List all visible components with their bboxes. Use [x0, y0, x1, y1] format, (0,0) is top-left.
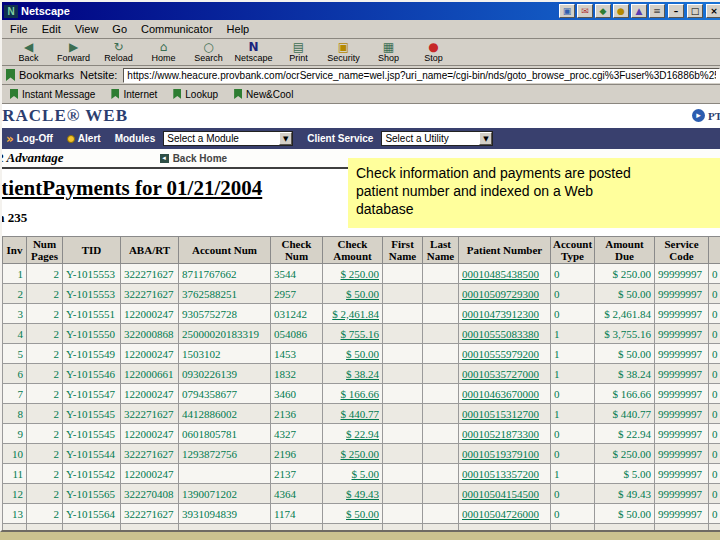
maximize-button[interactable]: □	[687, 4, 703, 18]
print-area[interactable]: ▸ PT	[692, 109, 720, 122]
browser-toolbar: ◀Back▶Forward↻Reload⌂Home○SearchNNetscap…	[2, 39, 720, 66]
url-input[interactable]	[123, 68, 720, 83]
alert-bell-icon	[67, 135, 75, 143]
table-cell-link[interactable]: 00010485438500	[459, 264, 551, 284]
table-cell: $ 22.94	[595, 424, 655, 444]
table-cell: 3460	[271, 384, 323, 404]
table-cell: 13	[3, 504, 27, 524]
table-cell: $ 50.00	[595, 284, 655, 304]
netscape-button[interactable]: NNetscape	[231, 40, 276, 64]
table-cell: 031242	[271, 304, 323, 324]
table-cell: 0	[551, 384, 595, 404]
table-cell	[383, 484, 423, 504]
search-button[interactable]: ○Search	[186, 40, 231, 64]
table-cell: 122000247	[121, 304, 179, 324]
print-button[interactable]: ▤Print	[276, 40, 321, 64]
table-cell: 1	[551, 344, 595, 364]
table-cell-link[interactable]: $ 50.00	[323, 344, 383, 364]
table-cell-link[interactable]: $ 2,461.84	[323, 304, 383, 324]
personal-bookmark-lookup[interactable]: Lookup	[173, 89, 218, 100]
stop-button[interactable]: ●Stop	[411, 40, 456, 64]
table-cell	[383, 264, 423, 284]
close-button[interactable]: ×	[706, 4, 720, 18]
bookmarks-chip[interactable]: Bookmarks	[6, 69, 74, 81]
alert-button[interactable]: Alert	[67, 133, 101, 144]
security-button[interactable]: ▣Security	[321, 40, 366, 64]
table-cell-link[interactable]: 00010504154500	[459, 484, 551, 504]
table-cell-link[interactable]: $ 38.24	[323, 364, 383, 384]
table-cell-link[interactable]: $ 250.00	[323, 444, 383, 464]
table-cell: 322271627	[121, 404, 179, 424]
forward-button[interactable]: ▶Forward	[51, 40, 96, 64]
location-bar: Bookmarks Netsite:	[2, 66, 720, 85]
titlebar-icon[interactable]: ●	[613, 4, 629, 18]
table-cell: 9305752728	[179, 304, 271, 324]
table-cell-link[interactable]: $ 166.66	[323, 384, 383, 404]
table-cell-link[interactable]: $ 22.94	[323, 424, 383, 444]
table-cell: 9	[3, 424, 27, 444]
back-button[interactable]: ◀Back	[6, 40, 51, 64]
toolbar-button-label: Print	[289, 53, 308, 63]
shop-button[interactable]: ▦Shop	[366, 40, 411, 64]
table-cell: 2	[27, 484, 63, 504]
logoff-button[interactable]: » Log-Off	[6, 133, 53, 144]
table-cell: Y-1015553	[63, 284, 121, 304]
titlebar: N Netscape ▣✉◆●▲≡ – □ ×	[2, 2, 720, 20]
table-cell-link[interactable]: $ 50.00	[323, 504, 383, 524]
menu-help[interactable]: Help	[227, 23, 250, 35]
reload-button[interactable]: ↻Reload	[96, 40, 141, 64]
column-header: Inv	[3, 237, 27, 264]
modules-select[interactable]: Select a Module ▼	[163, 131, 293, 146]
callout-line: database	[356, 200, 720, 218]
menu-file[interactable]: File	[10, 23, 28, 35]
table-cell: 99999997	[655, 364, 709, 384]
titlebar-icon[interactable]: ▣	[559, 4, 575, 18]
table-cell: 2	[27, 444, 63, 464]
table-cell: 2	[27, 524, 63, 532]
personal-bookmark-instant-message[interactable]: Instant Message	[10, 89, 95, 100]
table-cell-link[interactable]: $ 49.43	[323, 484, 383, 504]
menu-go[interactable]: Go	[112, 23, 127, 35]
table-cell-link[interactable]: 00010463670000	[459, 384, 551, 404]
back-home-link[interactable]: ◂ Back Home	[160, 153, 227, 164]
menu-edit[interactable]: Edit	[42, 23, 61, 35]
table-cell: 0	[709, 284, 720, 304]
table-cell-link[interactable]: $ 5.00	[323, 464, 383, 484]
table-cell-link[interactable]: 00010555083380	[459, 324, 551, 344]
table-cell-link[interactable]: $ 50.00	[323, 284, 383, 304]
client-service-select[interactable]: Select a Utility ▼	[381, 131, 493, 146]
personal-bookmark-internet[interactable]: Internet	[111, 89, 157, 100]
table-cell-link[interactable]: 00010473912300	[459, 304, 551, 324]
menu-communicator[interactable]: Communicator	[141, 23, 213, 35]
annotation-callout: Check information and payments are poste…	[348, 158, 720, 228]
table-cell-link[interactable]: 00010521873300	[459, 424, 551, 444]
titlebar-icon-tray: ▣✉◆●▲≡	[559, 4, 665, 18]
table-cell	[459, 524, 551, 532]
titlebar-icon[interactable]: ✉	[577, 4, 593, 18]
table-cell: 6	[3, 364, 27, 384]
table-cell: Y-1015545	[63, 424, 121, 444]
titlebar-icon[interactable]: ◆	[595, 4, 611, 18]
table-cell	[179, 464, 271, 484]
personal-bookmark-new-cool[interactable]: New&Cool	[234, 89, 293, 100]
table-cell	[423, 444, 459, 464]
table-cell: $ 50.00	[595, 344, 655, 364]
minimize-button[interactable]: –	[668, 4, 684, 18]
table-cell-link[interactable]: $ 250.00	[323, 264, 383, 284]
titlebar-icon[interactable]: ≡	[649, 4, 665, 18]
table-cell-link[interactable]: 00010519379100	[459, 444, 551, 464]
table-cell-link[interactable]: 00010513357200	[459, 464, 551, 484]
table-cell-link[interactable]: $ 755.16	[323, 324, 383, 344]
table-cell-link[interactable]: 00010515312700	[459, 404, 551, 424]
table-cell-link[interactable]: 00010509729300	[459, 284, 551, 304]
table-cell-link[interactable]: 00010555979200	[459, 344, 551, 364]
menu-view[interactable]: View	[75, 23, 99, 35]
table-cell-link[interactable]: $ 440.77	[323, 404, 383, 424]
table-cell-link[interactable]: 00010504726000	[459, 504, 551, 524]
table-cell: 0	[709, 424, 720, 444]
back-home-icon: ◂	[160, 154, 169, 163]
home-button[interactable]: ⌂Home	[141, 40, 186, 64]
titlebar-icon[interactable]: ▲	[631, 4, 647, 18]
table-cell-link[interactable]: 00010535727000	[459, 364, 551, 384]
table-cell: $ 2,461.84	[595, 304, 655, 324]
